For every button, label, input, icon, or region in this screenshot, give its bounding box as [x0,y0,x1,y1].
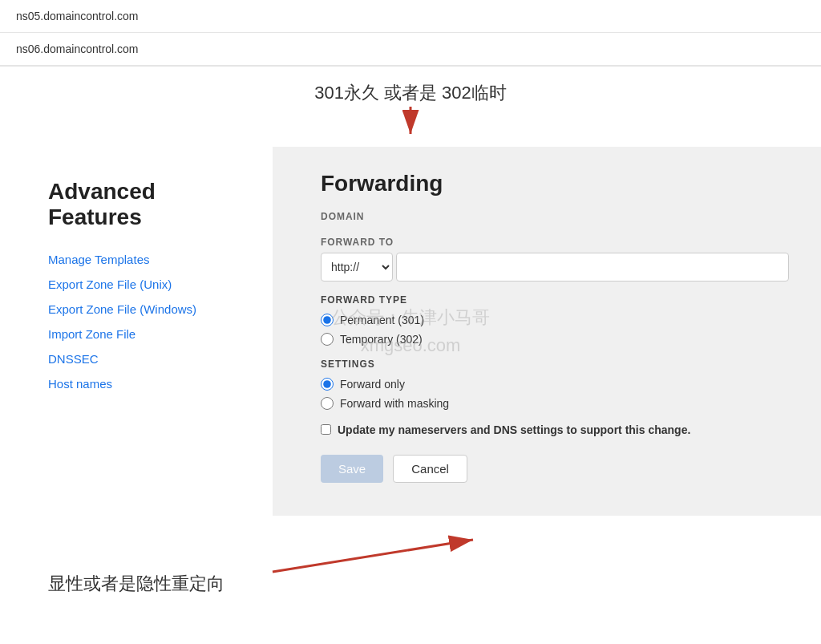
arrow-bottom-svg [0,516,821,612]
ns05-item: ns05.domaincontrol.com [0,0,821,33]
forward-only-radio[interactable] [321,378,334,391]
left-panel-title: Advanced Features [48,179,241,230]
update-nameservers-checkbox[interactable] [321,424,331,435]
forward-masking-item: Forward with masking [321,397,789,410]
svg-line-3 [273,540,473,572]
temporary-radio-item: Temporary (302) [321,333,789,346]
domain-label: DOMAIN [321,211,789,222]
manage-templates-link[interactable]: Manage Templates [48,253,241,266]
left-panel: Advanced Features Manage Templates Expor… [0,147,273,516]
forward-type-label: FORWARD TYPE [321,294,789,306]
settings-group: Forward only Forward with masking [321,378,789,410]
settings-label: SETTINGS [321,358,789,370]
save-button[interactable]: Save [321,455,383,483]
permanent-label: Permanent (301) [340,314,424,326]
import-zone-link[interactable]: Import Zone File [48,327,241,341]
forward-type-group: Permanent (301) Temporary (302) [321,314,789,346]
dnssec-link[interactable]: DNSSEC [48,352,241,366]
permanent-radio-item: Permanent (301) [321,314,789,326]
forward-to-input[interactable] [396,253,789,281]
annotation-top-bar: 301永久 或者是 302临时 [0,67,821,147]
main-content: 公众号：牛津小马哥 xmgseo.com Advanced Features M… [0,147,821,516]
forward-masking-radio[interactable] [321,397,334,410]
export-windows-link[interactable]: Export Zone File (Windows) [48,302,241,316]
update-nameservers-label: Update my nameservers and DNS settings t… [338,423,690,439]
update-nameservers-row: Update my nameservers and DNS settings t… [321,423,789,439]
forward-to-protocol-select[interactable]: http:// https:// [321,253,393,281]
button-row: Save Cancel [321,455,789,483]
bottom-annotation-area: 显性或者是隐性重定向 [0,516,821,612]
annotation-top-text: 301永久 或者是 302临时 [314,83,507,103]
temporary-radio[interactable] [321,333,334,346]
annotation-bottom-text: 显性或者是隐性重定向 [48,572,224,596]
nameserver-list: ns05.domaincontrol.com ns06.domaincontro… [0,0,821,67]
host-names-link[interactable]: Host names [48,377,241,391]
forward-masking-label: Forward with masking [340,397,449,410]
forward-to-label: FORWARD TO [321,237,789,248]
ns06-item: ns06.domaincontrol.com [0,33,821,66]
forwarding-title: Forwarding [321,171,789,196]
forward-only-item: Forward only [321,378,789,391]
right-panel: Forwarding DOMAIN FORWARD TO http:// htt… [273,147,821,516]
temporary-label: Temporary (302) [340,333,423,346]
export-unix-link[interactable]: Export Zone File (Unix) [48,277,241,291]
arrow-top-svg [370,107,451,139]
permanent-radio[interactable] [321,314,334,326]
cancel-button[interactable]: Cancel [393,455,467,483]
forward-to-row: http:// https:// [321,253,789,281]
forward-only-label: Forward only [340,378,405,391]
